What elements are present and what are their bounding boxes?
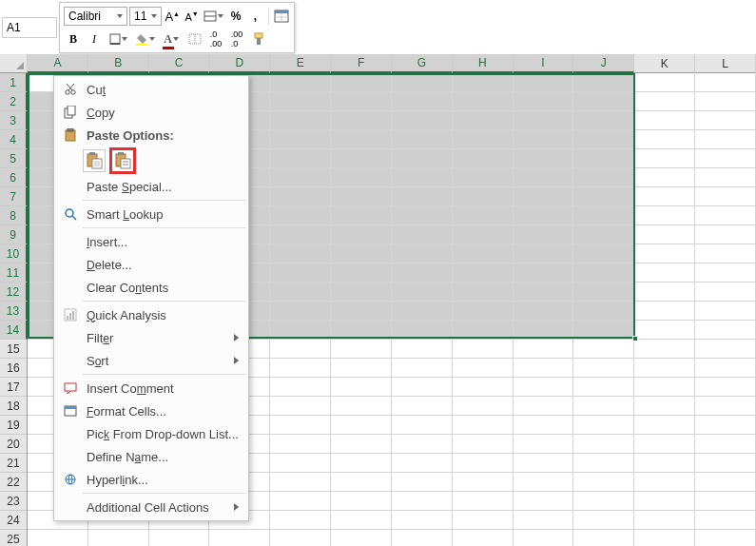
cell[interactable] [331, 340, 392, 359]
cell[interactable] [270, 454, 331, 473]
cell[interactable] [453, 416, 514, 435]
cell[interactable] [392, 321, 453, 340]
cell[interactable] [331, 378, 392, 397]
cell[interactable] [392, 92, 453, 111]
cell[interactable] [634, 263, 695, 283]
cell[interactable] [573, 92, 634, 111]
menu-additional-actions[interactable]: Additional Cell Actions [54, 496, 248, 518]
cell[interactable] [453, 492, 514, 511]
cell[interactable] [514, 130, 574, 149]
decrease-decimal-button[interactable]: .00.0 [227, 29, 246, 49]
cell[interactable] [514, 321, 574, 340]
cell[interactable] [573, 130, 634, 149]
merge-button[interactable] [203, 7, 225, 26]
cell[interactable] [514, 73, 574, 92]
cell[interactable] [392, 359, 453, 378]
select-all-corner[interactable] [0, 54, 28, 73]
cell[interactable] [695, 111, 756, 130]
cell[interactable] [695, 283, 756, 302]
row-header[interactable]: 14 [0, 321, 28, 340]
cell[interactable] [453, 149, 514, 168]
cell[interactable] [453, 397, 514, 416]
cell[interactable] [331, 73, 392, 92]
cell[interactable] [331, 283, 392, 302]
borders-button[interactable] [106, 29, 130, 49]
row-header[interactable]: 19 [0, 416, 27, 435]
cell[interactable] [573, 263, 634, 283]
cell[interactable] [453, 225, 514, 244]
row-header[interactable]: 7 [0, 187, 28, 206]
cell[interactable] [392, 378, 453, 397]
cell[interactable] [514, 283, 574, 302]
cell[interactable] [634, 244, 695, 263]
menu-clear-contents[interactable]: Clear Contents [54, 276, 248, 299]
cell[interactable] [270, 435, 331, 454]
cell[interactable] [634, 378, 695, 397]
cell[interactable] [453, 73, 514, 92]
menu-hyperlink[interactable]: Hyperlink... [54, 468, 248, 491]
cell[interactable] [573, 530, 634, 546]
cell[interactable] [573, 340, 634, 359]
cell[interactable] [514, 92, 574, 111]
cell[interactable] [331, 225, 392, 244]
cell[interactable] [514, 416, 574, 435]
cell[interactable] [331, 244, 392, 263]
font-name-select[interactable]: Calibri [64, 7, 127, 26]
cell[interactable] [634, 168, 695, 187]
table-format-button[interactable] [273, 7, 290, 26]
cell[interactable] [695, 187, 756, 206]
cell[interactable] [514, 397, 574, 416]
increase-font-button[interactable]: A▲ [164, 7, 181, 26]
cell[interactable] [573, 225, 634, 244]
cell[interactable] [695, 530, 756, 546]
column-header[interactable]: J [573, 54, 634, 73]
cell[interactable] [634, 187, 695, 206]
column-header[interactable]: A [28, 54, 88, 73]
cell[interactable] [573, 302, 634, 321]
cell[interactable] [392, 130, 453, 149]
menu-paste-special[interactable]: Paste Special... [54, 175, 248, 198]
cell[interactable] [695, 168, 756, 187]
cell[interactable] [270, 511, 331, 530]
column-header[interactable]: L [695, 54, 756, 73]
cell[interactable] [634, 225, 695, 244]
cell[interactable] [514, 340, 574, 359]
cell[interactable] [634, 416, 695, 435]
cell[interactable] [695, 397, 756, 416]
cell[interactable] [695, 206, 756, 225]
row-header[interactable]: 8 [0, 206, 28, 225]
cell[interactable] [634, 283, 695, 302]
cell[interactable] [634, 435, 695, 454]
cell[interactable] [392, 397, 453, 416]
cell[interactable] [573, 283, 634, 302]
cell[interactable] [453, 473, 514, 492]
cell[interactable] [453, 378, 514, 397]
cell[interactable] [573, 187, 634, 206]
cell[interactable] [634, 511, 695, 530]
cell[interactable] [392, 283, 453, 302]
cell[interactable] [453, 530, 514, 546]
cell[interactable] [392, 168, 453, 187]
menu-define-name[interactable]: Define Name... [54, 445, 248, 468]
cell[interactable] [514, 378, 574, 397]
cell[interactable] [695, 244, 756, 263]
cell[interactable] [514, 473, 574, 492]
italic-button[interactable]: I [85, 29, 104, 49]
column-header[interactable]: H [453, 54, 514, 73]
column-header[interactable]: E [270, 54, 331, 73]
cell[interactable] [634, 454, 695, 473]
cell[interactable] [634, 302, 695, 321]
cell[interactable] [514, 206, 574, 225]
cell[interactable] [453, 321, 514, 340]
row-header[interactable]: 24 [0, 511, 27, 530]
cell[interactable] [453, 130, 514, 149]
cell[interactable] [331, 359, 392, 378]
cell[interactable] [270, 378, 331, 397]
cell[interactable] [392, 454, 453, 473]
cell[interactable] [331, 435, 392, 454]
cell[interactable] [514, 302, 574, 321]
cell[interactable] [573, 149, 634, 168]
fill-color-button[interactable] [132, 29, 157, 49]
cell[interactable] [453, 511, 514, 530]
cell[interactable] [573, 511, 634, 530]
